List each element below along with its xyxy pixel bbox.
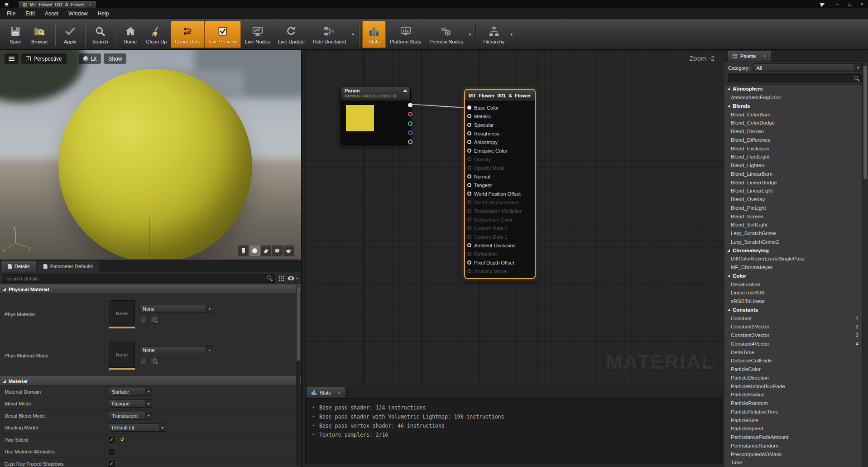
palette-item-particlesize[interactable]: ParticleSize: [724, 416, 862, 424]
palette-item-constant[interactable]: Constant1: [724, 314, 862, 323]
toolbar-button-live-update[interactable]: Live Update: [274, 21, 309, 48]
material-input-tessellation-multiplier[interactable]: Tessellation Multiplier: [465, 207, 535, 215]
material-input-custom-data-1[interactable]: Custom Data 1: [465, 232, 535, 241]
stats-close-icon[interactable]: ×: [338, 390, 340, 395]
palette-item-time[interactable]: Time: [724, 458, 862, 467]
expand-triangle-icon[interactable]: [727, 308, 730, 311]
tab-stats[interactable]: Stats ×: [307, 387, 345, 398]
asset-thumbnail[interactable]: None: [109, 342, 135, 370]
material-input-world-position-offset[interactable]: World Position Offset: [465, 189, 535, 198]
expand-triangle-icon[interactable]: [727, 87, 730, 90]
menu-window[interactable]: Window: [63, 8, 93, 19]
material-input-world-displacement[interactable]: World Displacement: [465, 198, 535, 207]
palette-item-particleradius[interactable]: ParticleRadius: [724, 390, 862, 399]
checkbox-two-sided[interactable]: ✓: [109, 437, 115, 443]
palette-item-blend-lighten[interactable]: Blend_Lighten: [724, 161, 862, 170]
material-input-subsurface-color[interactable]: Subsurface Color: [465, 215, 535, 224]
minimize-button[interactable]: –: [831, 0, 844, 8]
pin-icon[interactable]: [467, 140, 471, 144]
pin-icon[interactable]: [467, 192, 471, 196]
toolbar-button-hide-unrelated[interactable]: Hide Unrelated: [309, 21, 350, 48]
palette-category-atmosphere[interactable]: Atmosphere: [724, 85, 862, 93]
material-input-refraction[interactable]: Refraction: [465, 250, 535, 258]
palette-item-lerp-scratchgrime2[interactable]: Lerp_ScratchGrime2: [724, 238, 862, 246]
material-input-shading-model[interactable]: Shading Model: [465, 267, 535, 275]
palette-item-atmosphericfogcolor[interactable]: AtmosphericFogColor: [724, 93, 862, 102]
toolbar-button-browse[interactable]: Browse: [27, 21, 52, 48]
toolbar-button-live-preview[interactable]: Live Preview: [205, 21, 241, 48]
material-input-custom-data-0[interactable]: Custom Data 0: [465, 224, 535, 232]
tab-close-icon[interactable]: ×: [89, 2, 91, 7]
pin-icon[interactable]: [467, 149, 471, 153]
material-input-opacity[interactable]: Opacity: [465, 155, 535, 164]
toolbar-caret-hierarchy[interactable]: ▾: [508, 21, 514, 48]
plane-preview-button[interactable]: [261, 246, 271, 256]
cylinder-preview-button[interactable]: [238, 246, 249, 256]
palette-item-particlemotionblurfade[interactable]: ParticleMotionBlurFade: [724, 382, 862, 390]
toolbar-button-clean-up[interactable]: Clean Up: [142, 21, 171, 48]
material-input-ambient-occlusion[interactable]: Ambient Occlusion: [465, 241, 535, 250]
toolbar-button-live-nodes[interactable]: Live Nodes: [241, 21, 274, 48]
palette-item-deltatime[interactable]: DeltaTime: [724, 348, 862, 356]
material-graph-canvas[interactable]: Zoom -2 MATERIAL Param Param (0.799,0.65…: [302, 50, 724, 386]
material-result-node[interactable]: MT_Flower_001_A_Flower Base ColorMetalli…: [464, 89, 536, 279]
palette-category-color[interactable]: Color: [724, 272, 862, 280]
palette-category-chromakeying[interactable]: Chromakeying: [724, 246, 862, 255]
palette-item-blend-linearlight[interactable]: Blend_LinearLight: [724, 187, 862, 195]
palette-item-particlecolor[interactable]: ParticleColor: [724, 365, 862, 374]
result-node-header[interactable]: MT_Flower_001_A_Flower: [465, 90, 535, 101]
reset-to-default-icon[interactable]: ↺: [120, 437, 124, 443]
toolbar-button-home[interactable]: Home: [119, 21, 142, 48]
asset-dropdown-phys-material[interactable]: None▾: [139, 305, 213, 313]
pin-icon[interactable]: [467, 157, 471, 161]
palette-search-input[interactable]: [728, 74, 862, 82]
toolbar-caret-preview-nodes[interactable]: ▾: [467, 21, 473, 48]
preview-viewport[interactable]: Perspective Lit Show z x y: [0, 50, 302, 259]
browse-to-asset-button[interactable]: [151, 357, 159, 365]
checkbox-cast-ray-traced-shadows[interactable]: ✓: [109, 461, 115, 467]
feedback-icon[interactable]: [820, 1, 826, 7]
palette-item-blend-softlight[interactable]: Blend_SoftLight: [724, 221, 862, 229]
pin-icon[interactable]: [467, 243, 471, 247]
param-node[interactable]: Param Param (0.799,0.651,0.0252,0): [340, 86, 411, 145]
toolbar-button-connectors[interactable]: Connectors: [171, 21, 204, 48]
material-input-tangent[interactable]: Tangent: [465, 181, 535, 189]
palette-item-perinstancerandom[interactable]: PerInstanceRandom: [724, 442, 862, 450]
view-options-button[interactable]: ▾: [288, 276, 298, 280]
palette-item-mf-chromakeyer[interactable]: MF_Chromakeyer: [724, 263, 862, 272]
palette-close-icon[interactable]: ×: [763, 53, 766, 59]
palette-item-blend-exclusion[interactable]: Blend_Exclusion: [724, 144, 862, 153]
palette-item-constant4vector[interactable]: Constant4Vector4: [724, 340, 862, 348]
palette-item-lineartosrgb[interactable]: LinearTosRGB: [724, 289, 862, 297]
browse-to-asset-button[interactable]: [151, 316, 159, 324]
palette-scrollbar[interactable]: [862, 62, 868, 467]
menu-help[interactable]: Help: [93, 8, 114, 19]
property-matrix-icon[interactable]: [278, 275, 284, 281]
section-physical-material[interactable]: Physical Material: [0, 284, 301, 294]
toolbar-button-stats[interactable]: Stats: [362, 21, 386, 48]
material-input-metallic[interactable]: Metallic: [465, 112, 535, 120]
close-button[interactable]: ×: [856, 0, 868, 8]
palette-item-constant3vector[interactable]: Constant3Vector3: [724, 331, 862, 340]
expand-triangle-icon[interactable]: [727, 105, 730, 107]
dropdown-shading-model[interactable]: Default Lit▾: [109, 424, 166, 432]
palette-item-precomputedaomask[interactable]: PrecomputedAOMask: [724, 450, 862, 458]
tab-details[interactable]: Details: [1, 261, 36, 272]
asset-thumbnail[interactable]: None: [109, 300, 135, 328]
pin-icon[interactable]: [467, 209, 471, 213]
palette-item-desaturation[interactable]: Desaturation: [724, 280, 862, 289]
palette-item-particlespeed[interactable]: ParticleSpeed: [724, 424, 862, 433]
dropdown-material-domain[interactable]: Surface▾: [109, 388, 152, 396]
palette-item-srgbtolinear[interactable]: sRGBToLinear: [724, 297, 862, 306]
menu-file[interactable]: File: [2, 8, 20, 19]
pin-icon[interactable]: [467, 183, 471, 187]
palette-item-diffcolorkeyererodesinglepass[interactable]: DiffColorKeyerErodeSinglePass: [724, 255, 862, 263]
palette-item-blend-screen[interactable]: Blend_Screen: [724, 212, 862, 221]
tab-palette[interactable]: Palette ×: [728, 51, 771, 62]
pin-icon[interactable]: [467, 217, 471, 221]
menu-edit[interactable]: Edit: [20, 8, 40, 19]
material-input-normal[interactable]: Normal: [465, 172, 535, 181]
pin-icon[interactable]: [467, 174, 471, 178]
toolbar-button-preview-nodes[interactable]: Preview Nodes: [425, 21, 467, 48]
toolbar-button-platform-stats[interactable]: Platform Stats: [386, 21, 425, 48]
